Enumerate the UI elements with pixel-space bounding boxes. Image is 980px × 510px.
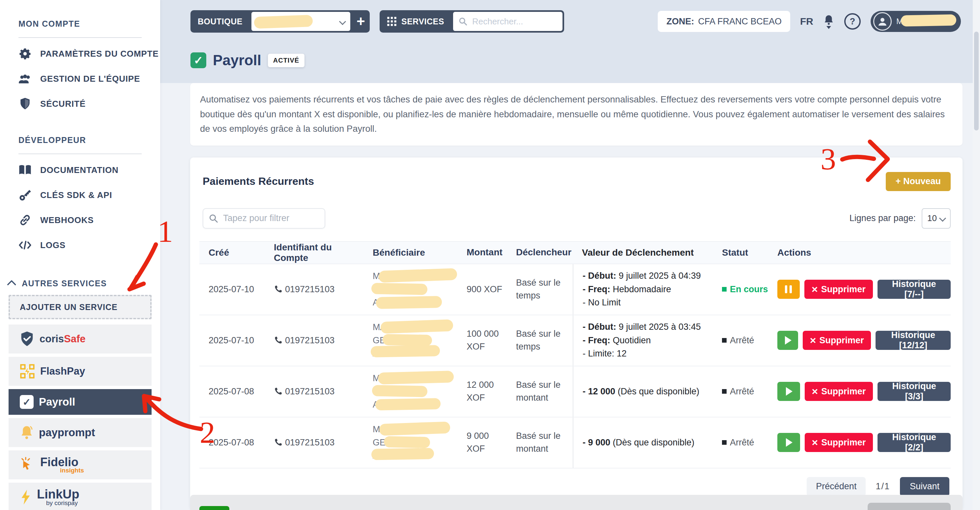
topbar-search[interactable] — [453, 12, 563, 31]
key-icon — [19, 189, 32, 201]
sidebar-item-label: GESTION DE L'ÉQUIPE — [40, 74, 140, 84]
scrollbar-thumb[interactable] — [974, 32, 979, 130]
redaction — [372, 385, 428, 397]
history-button[interactable]: Historique [12/12] — [875, 331, 951, 350]
language-switch[interactable]: FR — [800, 16, 813, 27]
chevron-up-icon — [7, 280, 16, 289]
cell-trigger: Basé sur le temps — [507, 327, 573, 353]
column-header: Actions — [768, 248, 951, 258]
boutique-label: BOUTIQUE — [191, 10, 250, 33]
rows-per-page-select[interactable]: 10 — [922, 208, 951, 229]
boutique-group: BOUTIQUE MARJAN + — [191, 10, 370, 33]
play-button[interactable] — [777, 331, 798, 350]
service-label: coris — [40, 333, 64, 345]
boutique-select[interactable]: MARJAN — [251, 12, 350, 31]
add-boutique-button[interactable]: + — [352, 10, 370, 33]
phone-icon — [274, 285, 282, 294]
history-button[interactable]: Historique [7/--] — [878, 280, 951, 299]
column-header: Montant — [457, 246, 507, 259]
redaction — [378, 371, 454, 384]
help-button[interactable]: ? — [844, 13, 861, 30]
column-header: Bénéficiaire — [363, 248, 457, 258]
section-title: Paiements Récurrents — [203, 175, 314, 187]
payroll-active-checkbox-icon: ✓ — [191, 52, 206, 68]
sidebar-section-title-autres-services: AUTRES SERVICES — [22, 279, 107, 288]
service-item-payprompt[interactable]: payprompt — [9, 418, 151, 447]
service-item-payroll[interactable]: ✓ Payroll — [9, 389, 151, 415]
sidebar-item-logs[interactable]: LOGS — [19, 233, 160, 257]
corissafe-shield-icon — [20, 331, 34, 347]
status-badge: ACTIVÉ — [268, 54, 304, 67]
service-label: LinkUp — [37, 488, 80, 501]
avatar-icon — [873, 12, 892, 31]
sidebar-section-title-developpeur: DÉVELOPPEUR — [19, 135, 160, 145]
sidebar-item-label: CLÉS SDK & API — [40, 190, 112, 200]
redaction — [254, 15, 313, 29]
service-item-fidelio[interactable]: Fidelio insights — [9, 450, 151, 479]
new-payment-button[interactable]: + Nouveau — [886, 172, 951, 191]
previous-page-button[interactable]: Précédent — [807, 477, 865, 496]
service-label: FlashPay — [40, 365, 85, 377]
column-header: Créé — [199, 248, 265, 258]
unsubscribe-button[interactable]: Me désabonner — [868, 503, 951, 510]
sidebar-item-webhooks[interactable]: WEBHOOKS — [19, 208, 160, 233]
notifications-button[interactable] — [823, 14, 834, 29]
service-item-corissafe[interactable]: corisSafe — [9, 324, 151, 354]
service-item-flashpay[interactable]: FlashPay — [9, 357, 151, 386]
recurring-header: Paiements Récurrents + Nouveau — [198, 172, 951, 191]
redaction — [371, 448, 434, 460]
zone-label: ZONE: — [666, 16, 694, 27]
cell-beneficiary: MAHOUZONSSOU GENEREUX AROTENOU — [363, 321, 457, 360]
table-row: 2025-07-10 0197215103 MAHOUZONSSOU GENER… — [199, 315, 951, 366]
search-icon — [208, 213, 218, 223]
rows-per-page: Lignes par page: 10 — [850, 208, 951, 229]
cell-account: 0197215103 — [265, 284, 363, 294]
filter-input[interactable] — [223, 213, 316, 224]
status-square-icon — [722, 440, 727, 445]
play-button[interactable] — [777, 433, 800, 452]
service-label: Payroll — [39, 396, 75, 408]
redaction — [901, 14, 957, 27]
linkup-bolt-icon — [20, 489, 32, 505]
sidebar-item-cles-sdk-api[interactable]: CLÉS SDK & API — [19, 183, 160, 208]
cell-trigger: Basé sur le temps — [507, 276, 573, 302]
sidebar-item-label: WEBHOOKS — [40, 215, 94, 226]
service-label: payprompt — [39, 426, 95, 439]
cell-amount: 12 000 XOF — [457, 378, 507, 404]
chevron-down-icon — [339, 18, 346, 25]
cell-beneficiary: MAHOUZONSSOU GENEREUX AROTENOU — [363, 372, 457, 411]
sidebar-item-securite[interactable]: SÉCURITÉ — [19, 91, 160, 116]
next-page-button[interactable]: Suivant — [900, 477, 949, 496]
column-header: Identifiant du Compte — [265, 242, 363, 263]
sidebar-section-autres-services[interactable]: AUTRES SERVICES — [9, 279, 160, 288]
services-group: SERVICES — [380, 10, 564, 33]
code-icon — [19, 240, 32, 250]
add-service-button[interactable]: AJOUTER UN SERVICE — [9, 295, 151, 319]
services-button[interactable]: SERVICES — [380, 10, 452, 33]
table-header-row: Créé Identifiant du Compte Bénéficiaire … — [199, 241, 951, 264]
delete-button[interactable]: ×Supprimer — [805, 382, 873, 401]
zone-indicator: ZONE: CFA FRANC BCEAO — [658, 11, 790, 32]
cell-created: 2025-07-10 — [199, 335, 265, 346]
filter-box[interactable] — [203, 208, 325, 229]
sidebar-item-gestion-equipe[interactable]: GESTION DE L'ÉQUIPE — [19, 66, 160, 91]
cell-status: En cours — [713, 284, 768, 294]
page-scrollbar[interactable] — [973, 0, 980, 510]
history-button[interactable]: Historique [3/3] — [878, 382, 951, 401]
pause-button[interactable] — [777, 280, 800, 299]
service-item-linkup[interactable]: LinkUp by corispay — [9, 483, 151, 510]
search-input[interactable] — [471, 16, 546, 27]
sidebar-item-parametres-du-compte[interactable]: PARAMÈTRES DU COMPTE — [19, 41, 160, 66]
delete-button[interactable]: ×Supprimer — [804, 280, 873, 299]
link-icon — [19, 214, 32, 226]
plan-footer: Free | Expire: Null Me désabonner — [190, 495, 963, 510]
page-indicator: 1/1 — [875, 481, 890, 491]
delete-button[interactable]: ×Supprimer — [803, 331, 871, 350]
cell-created: 2025-07-10 — [199, 284, 265, 294]
sidebar-item-documentation[interactable]: DOCUMENTATION — [19, 157, 160, 183]
cell-actions: ×Supprimer Historique [7/--] — [768, 280, 951, 299]
delete-button[interactable]: ×Supprimer — [805, 433, 873, 452]
play-button[interactable] — [777, 382, 800, 401]
user-menu[interactable]: M — [870, 11, 961, 32]
history-button[interactable]: Historique [2/2] — [878, 433, 951, 452]
